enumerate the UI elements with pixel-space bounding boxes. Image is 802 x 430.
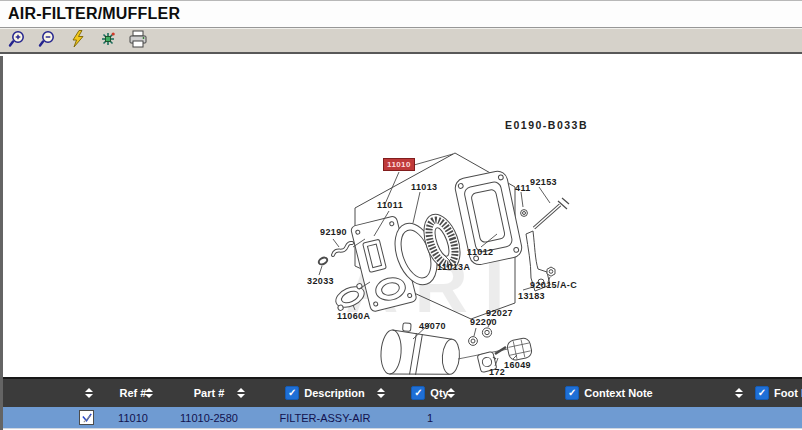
column-label: Ref # <box>120 387 147 399</box>
print-button[interactable] <box>125 30 150 51</box>
column-header-qty[interactable]: ✓ Qty <box>395 379 465 407</box>
part-label[interactable]: 11013A <box>437 262 470 273</box>
toolbar <box>0 28 802 54</box>
sort-icon[interactable] <box>85 388 93 398</box>
hotspot-settings-button[interactable] <box>95 30 120 51</box>
column-label: Part # <box>194 387 225 399</box>
column-label: Context Note <box>584 387 652 399</box>
highlight-hotspots-button[interactable] <box>65 30 90 51</box>
part-label[interactable]: 172 <box>489 367 505 377</box>
part-label[interactable]: 411 <box>515 183 531 194</box>
part-label[interactable]: 92200 <box>470 317 497 328</box>
part-label[interactable]: 13183 <box>518 291 545 302</box>
zoom-in-button[interactable] <box>5 30 30 51</box>
part-label[interactable]: 11011 <box>377 200 403 211</box>
column-label: Foot Note <box>774 387 802 399</box>
cell-qty: 1 <box>395 407 465 428</box>
sort-icon[interactable] <box>735 388 743 398</box>
part-label-highlighted[interactable]: 11010 <box>383 158 415 171</box>
column-header-context_note[interactable]: ✓ Context Note <box>465 379 753 407</box>
column-checkbox[interactable]: ✓ <box>411 386 425 400</box>
table-header: Ref # Part # ✓ Description ✓ Qty ✓ Conte… <box>3 377 802 407</box>
column-checkbox[interactable]: ✓ <box>565 386 579 400</box>
diagram-code: E0190-B033B <box>505 119 588 131</box>
cell-icon[interactable] <box>3 407 103 428</box>
hotspot-icon <box>99 30 117 51</box>
lightning-icon <box>70 30 86 51</box>
sort-icon[interactable] <box>447 388 455 398</box>
part-label[interactable]: 49070 <box>419 321 446 332</box>
part-label[interactable]: 11060A <box>337 311 370 322</box>
zoom-out-button[interactable] <box>35 30 60 51</box>
sort-icon[interactable] <box>237 388 245 398</box>
sort-icon[interactable] <box>145 388 153 398</box>
table-row[interactable]: 1101011010-2580FILTER-ASSY-AIR1 <box>3 407 802 428</box>
column-header-part[interactable]: Part # <box>163 379 255 407</box>
zoom-in-icon <box>8 30 27 51</box>
exploded-diagram <box>3 56 802 377</box>
column-checkbox[interactable]: ✓ <box>755 386 769 400</box>
print-icon <box>128 30 148 51</box>
diagram-canvas: ARI <box>3 56 802 377</box>
part-label[interactable]: 92190 <box>320 227 347 238</box>
cell-ref: 11010 <box>103 407 163 428</box>
part-label[interactable]: 11013 <box>411 182 438 193</box>
part-label[interactable]: 92153 <box>530 177 557 188</box>
column-header-icon[interactable] <box>3 379 103 407</box>
column-label: Qty <box>430 387 448 399</box>
sort-icon[interactable] <box>377 388 385 398</box>
cell-part: 11010-2580 <box>163 407 255 428</box>
main-area: ARI <box>0 56 802 430</box>
column-header-ref[interactable]: Ref # <box>103 379 163 407</box>
cell-context_note <box>465 407 753 428</box>
column-label: Description <box>304 387 365 399</box>
part-label[interactable]: 16049 <box>504 360 531 371</box>
part-label[interactable]: 92015/A-C <box>530 280 577 291</box>
parts-catalog-window: AIR-FILTER/MUFFLER <box>0 0 802 430</box>
part-label[interactable]: 32033 <box>307 276 334 287</box>
column-checkbox[interactable]: ✓ <box>285 386 299 400</box>
title-bar: AIR-FILTER/MUFFLER <box>0 1 802 28</box>
page-title: AIR-FILTER/MUFFLER <box>8 5 180 23</box>
column-header-description[interactable]: ✓ Description <box>255 379 395 407</box>
edit-icon[interactable] <box>79 410 94 425</box>
zoom-out-icon <box>38 30 57 51</box>
cell-description: FILTER-ASSY-AIR <box>255 407 395 428</box>
part-label[interactable]: 11012 <box>467 247 494 258</box>
table-body: 1101011010-2580FILTER-ASSY-AIR1 <box>3 407 802 428</box>
column-header-foot_note[interactable]: ✓ Foot Note <box>753 379 802 407</box>
cell-foot_note <box>753 407 802 428</box>
